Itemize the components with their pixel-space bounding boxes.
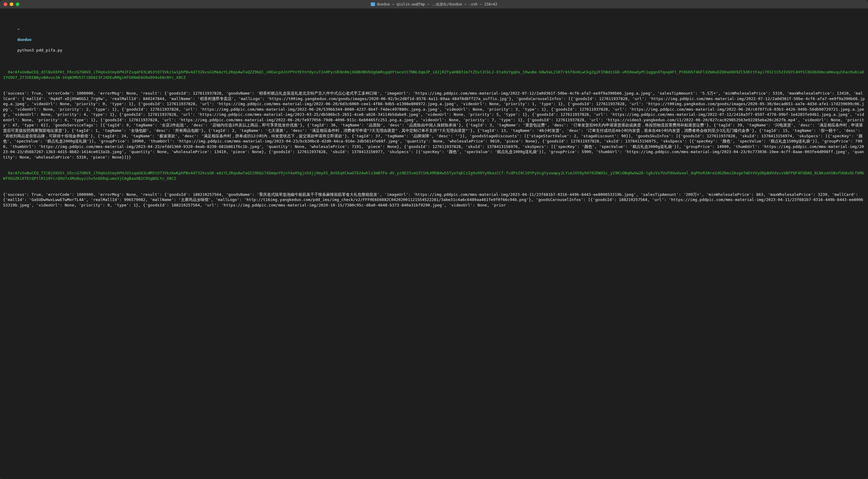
prompt-dir: duoduo (17, 37, 32, 42)
titlebar[interactable]: duoduo — qiulin.wu@Tmp — ..虫逆向/duoduo — … (0, 0, 868, 8)
window-title-text: duoduo — qiulin.wu@Tmp — ..虫逆向/duoduo — … (377, 2, 497, 7)
json-output-1: {'success': True, 'errorCode': 1000000, … (3, 91, 865, 160)
window-title: duoduo — qiulin.wu@Tmp — ..虫逆向/duoduo — … (371, 2, 497, 7)
close-icon[interactable] (4, 2, 7, 6)
token-output-2: 0arAfx5eBwCEQ_T3lBjOXUSt_USccG7GNVX_iTHq… (3, 170, 865, 181)
prompt-line: → duoduo python3 pdd_pifa.py (3, 21, 865, 58)
terminal-body[interactable]: → duoduo python3 pdd_pifa.py 0arAfxUeBwC… (0, 8, 868, 479)
minimize-icon[interactable] (10, 2, 13, 6)
folder-icon (371, 2, 375, 6)
prompt-command: python3 pdd_pifa.py (17, 48, 62, 53)
terminal-window: duoduo — qiulin.wu@Tmp — ..虫逆向/duoduo — … (0, 0, 868, 479)
json-output-2: {'success': True, 'errorCode': 1000000, … (3, 192, 865, 208)
maximize-icon[interactable] (16, 2, 20, 6)
token-output-1: 0arAfxUeBwCEQ_d3lBxOXFKt_FKccG7GNVX_iTHq… (3, 69, 865, 80)
prompt-arrow: → (17, 27, 20, 31)
traffic-lights (4, 2, 20, 6)
